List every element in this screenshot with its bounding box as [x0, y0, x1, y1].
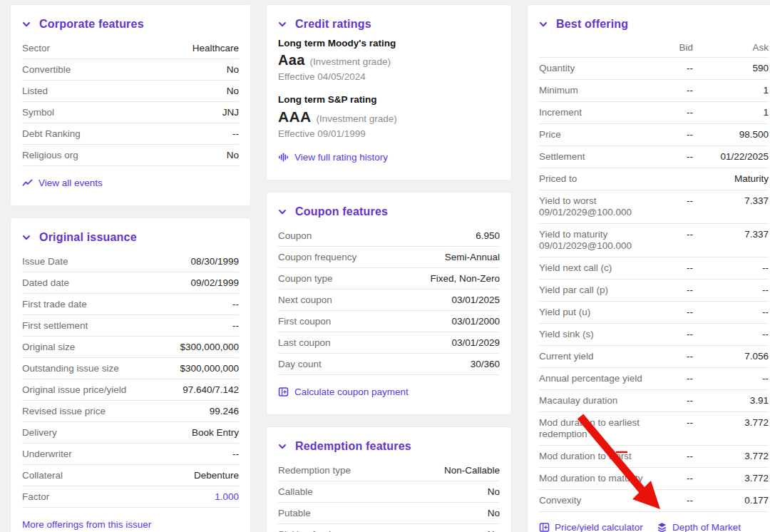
row-label: Listed [22, 86, 48, 96]
table-row: SymbolJNJ [22, 102, 239, 123]
row-label: Religious org [22, 150, 78, 160]
row-value: $300,000,000 [180, 363, 239, 374]
row-value: 09/02/1999 [190, 277, 239, 288]
depth-of-market-link[interactable]: Depth of Market [657, 522, 741, 532]
bid-value: -- [649, 307, 693, 318]
layers-icon [657, 522, 667, 532]
row-label: Dated date [22, 277, 69, 288]
right-column: Best offering Bid Ask Quantity--590Minim… [527, 4, 770, 532]
row-sublabel: 09/01/2029@100.000 [539, 207, 643, 218]
view-all-events-link[interactable]: View all events [22, 178, 103, 188]
card-title: Best offering [556, 18, 628, 31]
row-label: Factor [22, 491, 49, 502]
ask-value: 1 [699, 85, 769, 96]
rating-heading: Long term S&P rating [278, 94, 500, 105]
bid-value: -- [649, 85, 693, 96]
redemption-features-card: Redemption features Redemption typeNon-C… [266, 426, 512, 532]
table-row: Convexity--0.177 [539, 490, 769, 512]
link-label: More offerings from this issuer [22, 519, 151, 530]
more-offerings-link[interactable]: More offerings from this issuer [22, 519, 151, 530]
table-row: Factor1.000 [22, 486, 239, 508]
coupon-features-header[interactable]: Coupon features [278, 205, 500, 218]
original-issuance-header[interactable]: Original issuance [22, 231, 239, 244]
row-label: Convertible [22, 64, 71, 75]
row-label: Original size [22, 342, 75, 352]
row-value: 03/01/2025 [451, 295, 500, 305]
table-row: Outstanding issue size$300,000,000 [22, 358, 239, 379]
table-row: Yield to worst09/01/2029@100.000--7.337 [539, 190, 769, 224]
ask-value: -- [699, 307, 769, 318]
row-label: Symbol [22, 107, 54, 118]
row-label: Yield par call (p) [539, 285, 643, 296]
rating-grade: Aaa [278, 52, 305, 68]
row-label: Macaulay duration [539, 395, 643, 406]
row-label: Quantity [539, 63, 643, 74]
table-row: CallableNo [278, 481, 500, 503]
card-title: Credit ratings [295, 18, 371, 31]
table-row: Priced toMaturity [539, 168, 769, 190]
best-offering-table: Bid Ask Quantity--590Minimum--1Increment… [539, 38, 769, 512]
row-label: Yield to maturity09/01/2029@100.000 [539, 229, 643, 252]
row-label: Outstanding issue size [22, 363, 119, 374]
credit-ratings-header[interactable]: Credit ratings [278, 18, 500, 31]
ask-value: 3.772 [699, 473, 769, 484]
best-offering-header[interactable]: Best offering [539, 18, 769, 31]
sp-rating-block: Long term S&P rating AAA (Investment gra… [278, 94, 500, 139]
view-full-rating-history-link[interactable]: View full rating history [278, 152, 388, 163]
line-chart-icon [22, 178, 33, 188]
table-row: Sinking fundNo [278, 524, 500, 532]
redemption-features-header[interactable]: Redemption features [278, 440, 500, 453]
row-label: Underwriter [22, 449, 72, 459]
table-row: Day count30/360 [278, 354, 500, 375]
card-title: Original issuance [39, 231, 137, 244]
table-row: Debt Ranking-- [22, 123, 239, 145]
row-label: Sector [22, 43, 50, 53]
bid-value: -- [649, 285, 693, 296]
corporate-features-header[interactable]: Corporate features [22, 18, 239, 31]
link-label: View all events [38, 178, 103, 188]
bid-value: -- [649, 63, 693, 74]
moodys-rating-block: Long term Moody's rating Aaa (Investment… [278, 38, 500, 82]
bid-value: -- [649, 351, 693, 362]
table-row: Settlement--01/22/2025 [539, 146, 769, 168]
row-value: -- [232, 299, 239, 310]
card-title: Coupon features [295, 205, 388, 218]
ask-value: -- [699, 329, 769, 340]
price-yield-calculator-link[interactable]: Price/yield calculator [539, 522, 643, 532]
bid-column-header: Bid [649, 42, 693, 53]
row-value: 30/360 [471, 359, 500, 369]
bid-value: -- [649, 417, 693, 429]
row-label: Settlement [539, 151, 643, 163]
calculator-icon [539, 522, 550, 532]
table-row: ConvertibleNo [22, 59, 239, 81]
row-value: 97.640/7.142 [183, 384, 239, 395]
row-label: Coupon [278, 230, 312, 241]
row-label: Redemption type [278, 465, 351, 476]
ask-value: 1 [699, 107, 769, 118]
table-row: Price--98.500 [539, 124, 769, 146]
row-value: 99.246 [210, 406, 239, 416]
row-value: No [227, 86, 239, 96]
bid-value: -- [649, 107, 693, 118]
table-row: SectorHealthcare [22, 38, 239, 59]
row-value: 03/01/2000 [451, 316, 500, 327]
row-label: Original issue price/yield [22, 384, 126, 395]
table-row: Yield next call (c)---- [539, 257, 769, 280]
row-value: $300,000,000 [180, 342, 239, 352]
calculate-coupon-payment-link[interactable]: Calculate coupon payment [278, 387, 409, 397]
row-label: Last coupon [278, 337, 331, 348]
bid-value: -- [649, 329, 693, 340]
table-row: Last coupon03/01/2029 [278, 332, 500, 354]
row-value: No [488, 486, 500, 497]
row-label: Revised issue price [22, 406, 106, 416]
rating-qualifier: (Investment grade) [310, 56, 391, 67]
table-row: Yield par call (p)---- [539, 280, 769, 302]
chevron-down-icon [539, 20, 548, 29]
table-row: Annual percentage yield---- [539, 368, 769, 390]
row-value[interactable]: 1.000 [215, 491, 239, 502]
row-label: Mod duration to worst [539, 451, 643, 462]
coupon-features-card: Coupon features Coupon6.950Coupon freque… [266, 192, 512, 415]
link-label: Price/yield calculator [555, 522, 643, 532]
row-label: Coupon type [278, 273, 333, 284]
row-label: Convexity [539, 495, 643, 506]
